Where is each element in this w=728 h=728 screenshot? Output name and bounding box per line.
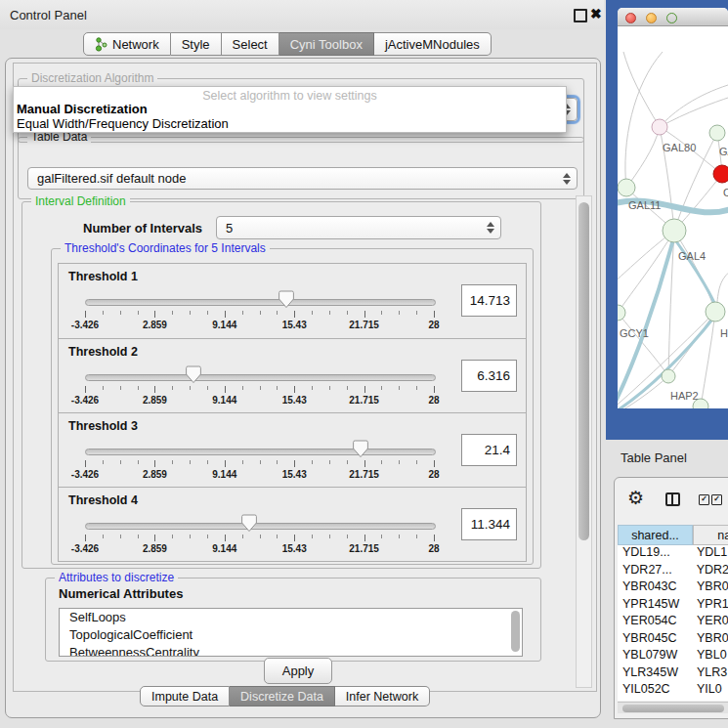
slider-tick-label: 9.144 bbox=[212, 469, 236, 480]
dropdown-option-equal-width[interactable]: Equal Width/Frequency Discretization bbox=[17, 116, 229, 131]
table-row[interactable]: YLR345WYLR3 bbox=[618, 665, 728, 683]
slider-track[interactable] bbox=[85, 374, 436, 381]
tab-select[interactable]: Select bbox=[222, 32, 279, 56]
slider-thumb[interactable] bbox=[240, 514, 258, 533]
network-node-green[interactable] bbox=[618, 179, 635, 196]
slider-tick bbox=[225, 386, 226, 393]
tab-style[interactable]: Style bbox=[171, 32, 222, 56]
minimize-traffic-light-icon[interactable] bbox=[646, 13, 657, 23]
cell-shared-name: YLR345W bbox=[618, 665, 693, 683]
slider-tick-label: 28 bbox=[428, 320, 439, 330]
attribute-item[interactable]: BetweennessCentrality bbox=[60, 644, 522, 657]
table-hscrollbar-thumb[interactable] bbox=[622, 705, 724, 712]
tab-jactivemnodules[interactable]: jActiveMNodules bbox=[374, 32, 492, 56]
tab-impute-data[interactable]: Impute Data bbox=[140, 686, 230, 707]
attribute-item[interactable]: SelfLoops bbox=[60, 609, 522, 626]
slider-thumb[interactable] bbox=[185, 365, 202, 384]
dropdown-option-manual[interactable]: Manual Discretization bbox=[17, 102, 148, 116]
slider-tick bbox=[260, 386, 261, 390]
table-hscrollbar[interactable] bbox=[618, 702, 728, 713]
threshold-value-field[interactable]: 6.316 bbox=[461, 360, 517, 392]
slider-tick bbox=[381, 460, 382, 464]
column-header-name[interactable]: name bbox=[693, 525, 728, 545]
network-node-pink[interactable] bbox=[652, 119, 667, 135]
attributes-scrollbar[interactable] bbox=[511, 611, 520, 652]
slider-tick-label: -3.426 bbox=[71, 320, 99, 330]
network-graph: GAL80GACGAL11GAL4GCY1HHAP2 bbox=[618, 26, 728, 408]
bottom-tab-bar: Impute Data Discretize Data Infer Networ… bbox=[140, 686, 430, 707]
slider-tick bbox=[434, 311, 435, 318]
table-header: shared... name bbox=[618, 525, 728, 545]
slider-tick bbox=[347, 535, 348, 538]
slider-tick bbox=[138, 311, 139, 315]
table-row[interactable]: YER054CYER0 bbox=[618, 614, 728, 631]
slider-track[interactable] bbox=[85, 449, 436, 455]
settings-scrollbar[interactable] bbox=[576, 195, 592, 688]
table-data-combobox[interactable]: galFiltered.sif default node bbox=[27, 167, 578, 190]
network-node-green[interactable] bbox=[663, 219, 686, 242]
tab-discretize-data[interactable]: Discretize Data bbox=[230, 686, 335, 707]
slider-tick bbox=[381, 386, 382, 390]
cell-name: YER0 bbox=[693, 614, 728, 631]
slider-tick bbox=[103, 311, 104, 315]
number-of-intervals-combobox[interactable]: 5 bbox=[216, 216, 501, 239]
slider-tick bbox=[207, 460, 208, 464]
table-row[interactable]: YBR043CYBR0 bbox=[618, 579, 728, 597]
table-row[interactable]: YBL079WYBL0 bbox=[618, 648, 728, 665]
float-window-icon[interactable] bbox=[574, 9, 587, 22]
slider-tick bbox=[138, 386, 139, 390]
table-row[interactable]: YPR145WYPR1 bbox=[618, 597, 728, 615]
slider-tick bbox=[154, 460, 155, 467]
close-icon[interactable]: ✖ bbox=[590, 6, 602, 21]
slider-tick bbox=[260, 311, 261, 315]
table-panel-title: Table Panel bbox=[621, 450, 687, 465]
zoom-traffic-light-icon[interactable] bbox=[666, 13, 677, 23]
network-node-green[interactable] bbox=[618, 305, 625, 321]
tab-network[interactable]: Network bbox=[83, 32, 171, 56]
slider-tick bbox=[399, 535, 400, 538]
slider-track[interactable] bbox=[85, 299, 436, 306]
table-row[interactable]: YDL19...YDL1 bbox=[618, 545, 728, 563]
threshold-value-field[interactable]: 14.713 bbox=[461, 284, 517, 317]
slider-tick bbox=[364, 460, 365, 467]
thresholds-group-title: Threshold's Coordinates for 5 Intervals bbox=[61, 241, 270, 255]
numerical-attributes-list[interactable]: SelfLoopsTopologicalCoefficientBetweenne… bbox=[59, 608, 523, 657]
slider-tick bbox=[399, 386, 400, 390]
slider-track[interactable] bbox=[85, 523, 436, 530]
slider-tick bbox=[260, 535, 261, 538]
checkbox-icon[interactable]: ✓ bbox=[711, 494, 722, 505]
column-header-shared-name[interactable]: shared... bbox=[618, 525, 693, 545]
slider-thumb[interactable] bbox=[278, 290, 295, 309]
slider-tick bbox=[85, 535, 86, 541]
close-traffic-light-icon[interactable] bbox=[625, 13, 636, 23]
table-row[interactable]: YDR27...YDR2 bbox=[618, 563, 728, 580]
gear-icon[interactable]: ⚙ bbox=[627, 489, 644, 507]
slider-tick bbox=[207, 386, 208, 390]
settings-scrollbar-thumb[interactable] bbox=[578, 202, 589, 540]
attribute-item[interactable]: TopologicalCoefficient bbox=[60, 626, 522, 644]
combo-stepper-icon bbox=[563, 173, 571, 185]
network-node-red[interactable] bbox=[713, 165, 728, 183]
slider-tick bbox=[416, 386, 417, 390]
table-row[interactable]: YBR045CYBR0 bbox=[618, 631, 728, 649]
checkbox-icon[interactable]: ✓ bbox=[699, 494, 709, 505]
network-canvas[interactable]: GAL80GACGAL11GAL4GCY1HHAP2 bbox=[618, 26, 728, 408]
apply-button[interactable]: Apply bbox=[264, 658, 332, 684]
table-row[interactable]: YIL052CYIL0 bbox=[618, 682, 728, 700]
slider-thumb[interactable] bbox=[352, 440, 369, 458]
slider-tick bbox=[347, 386, 348, 390]
network-node-label: GAL4 bbox=[678, 250, 706, 262]
network-node-green[interactable] bbox=[709, 125, 725, 141]
tab-infer-network[interactable]: Infer Network bbox=[335, 686, 430, 707]
network-window: GAL80GACGAL11GAL4GCY1HHAP2 bbox=[618, 8, 728, 408]
threshold-value-field[interactable]: 21.4 bbox=[461, 434, 517, 466]
attribute-items: SelfLoopsTopologicalCoefficientBetweenne… bbox=[60, 609, 522, 657]
slider-tick bbox=[416, 311, 417, 315]
tab-cyni-toolbox[interactable]: Cyni Toolbox bbox=[279, 32, 374, 56]
slider-tick-label: 9.144 bbox=[212, 320, 236, 330]
slider-tick bbox=[329, 460, 330, 464]
threshold-value-field[interactable]: 11.344 bbox=[461, 508, 517, 540]
network-node-green[interactable] bbox=[706, 302, 725, 321]
columns-icon[interactable] bbox=[665, 492, 680, 506]
network-node-green[interactable] bbox=[662, 369, 675, 383]
